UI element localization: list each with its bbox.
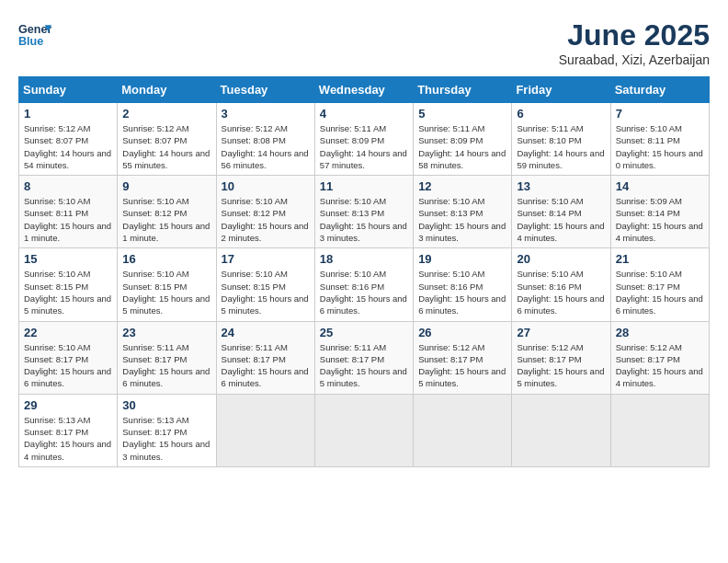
day-info: Sunrise: 5:09 AMSunset: 8:14 PMDaylight:… [616, 195, 704, 244]
day-info: Sunrise: 5:11 AMSunset: 8:10 PMDaylight:… [517, 122, 605, 171]
day-info: Sunrise: 5:10 AMSunset: 8:12 PMDaylight:… [222, 195, 310, 244]
day-number: 4 [320, 107, 408, 121]
calendar-cell: 9Sunrise: 5:10 AMSunset: 8:12 PMDaylight… [118, 176, 216, 248]
calendar-cell: 10Sunrise: 5:10 AMSunset: 8:12 PMDayligh… [216, 176, 314, 248]
day-number: 8 [24, 179, 112, 193]
calendar-cell [512, 394, 610, 466]
calendar-cell [216, 394, 314, 466]
day-number: 11 [320, 179, 408, 193]
day-number: 2 [122, 107, 210, 121]
day-info: Sunrise: 5:10 AMSunset: 8:13 PMDaylight:… [418, 195, 506, 244]
calendar-cell: 7Sunrise: 5:10 AMSunset: 8:11 PMDaylight… [610, 103, 709, 176]
day-number: 19 [418, 252, 506, 266]
header-day-sunday: Sunday [19, 77, 118, 103]
calendar-cell [610, 394, 709, 466]
calendar-cell [414, 394, 512, 466]
header-day-thursday: Thursday [414, 77, 512, 103]
day-number: 7 [616, 107, 704, 121]
title-section: June 2025 Suraabad, Xizi, Azerbaijan [559, 18, 710, 67]
calendar-table: SundayMondayTuesdayWednesdayThursdayFrid… [18, 76, 710, 467]
calendar-cell: 14Sunrise: 5:09 AMSunset: 8:14 PMDayligh… [610, 176, 709, 248]
day-info: Sunrise: 5:11 AMSunset: 8:09 PMDaylight:… [418, 122, 506, 171]
header-day-wednesday: Wednesday [314, 77, 413, 103]
calendar-subtitle: Suraabad, Xizi, Azerbaijan [559, 52, 710, 67]
calendar-week-1: 1Sunrise: 5:12 AMSunset: 8:07 PMDaylight… [19, 103, 710, 176]
day-info: Sunrise: 5:10 AMSunset: 8:17 PMDaylight:… [24, 341, 112, 390]
day-number: 24 [222, 326, 310, 339]
day-number: 21 [616, 252, 704, 266]
day-info: Sunrise: 5:10 AMSunset: 8:13 PMDaylight:… [320, 195, 408, 244]
day-info: Sunrise: 5:11 AMSunset: 8:17 PMDaylight:… [320, 341, 408, 390]
calendar-cell: 24Sunrise: 5:11 AMSunset: 8:17 PMDayligh… [216, 321, 314, 394]
calendar-cell: 3Sunrise: 5:12 AMSunset: 8:08 PMDaylight… [216, 103, 314, 176]
day-number: 27 [517, 326, 605, 339]
day-number: 28 [616, 326, 704, 339]
day-info: Sunrise: 5:13 AMSunset: 8:17 PMDaylight:… [122, 414, 210, 463]
day-number: 10 [222, 179, 310, 193]
calendar-cell: 23Sunrise: 5:11 AMSunset: 8:17 PMDayligh… [118, 321, 216, 394]
day-number: 22 [24, 326, 112, 339]
day-info: Sunrise: 5:12 AMSunset: 8:17 PMDaylight:… [517, 341, 605, 390]
calendar-cell: 15Sunrise: 5:10 AMSunset: 8:15 PMDayligh… [19, 248, 118, 321]
day-number: 3 [222, 107, 310, 121]
calendar-cell [314, 394, 413, 466]
calendar-cell: 26Sunrise: 5:12 AMSunset: 8:17 PMDayligh… [414, 321, 512, 394]
day-number: 13 [517, 179, 605, 193]
day-info: Sunrise: 5:12 AMSunset: 8:17 PMDaylight:… [418, 341, 506, 390]
day-info: Sunrise: 5:12 AMSunset: 8:07 PMDaylight:… [122, 122, 210, 171]
day-number: 23 [122, 326, 210, 339]
day-info: Sunrise: 5:11 AMSunset: 8:17 PMDaylight:… [122, 341, 210, 390]
day-number: 14 [616, 179, 704, 193]
header-day-monday: Monday [118, 77, 216, 103]
day-number: 17 [222, 252, 310, 266]
logo: General Blue [18, 18, 51, 52]
day-number: 1 [24, 107, 112, 121]
header: General Blue June 2025 Suraabad, Xizi, A… [18, 18, 710, 67]
header-day-saturday: Saturday [610, 77, 709, 103]
day-info: Sunrise: 5:11 AMSunset: 8:17 PMDaylight:… [222, 341, 310, 390]
calendar-cell: 2Sunrise: 5:12 AMSunset: 8:07 PMDaylight… [118, 103, 216, 176]
calendar-week-4: 22Sunrise: 5:10 AMSunset: 8:17 PMDayligh… [19, 321, 710, 394]
calendar-cell: 18Sunrise: 5:10 AMSunset: 8:16 PMDayligh… [314, 248, 413, 321]
calendar-cell: 17Sunrise: 5:10 AMSunset: 8:15 PMDayligh… [216, 248, 314, 321]
day-info: Sunrise: 5:10 AMSunset: 8:16 PMDaylight:… [418, 268, 506, 316]
calendar-cell: 29Sunrise: 5:13 AMSunset: 8:17 PMDayligh… [19, 394, 118, 466]
day-number: 30 [122, 398, 210, 412]
calendar-week-3: 15Sunrise: 5:10 AMSunset: 8:15 PMDayligh… [19, 248, 710, 321]
calendar-cell: 19Sunrise: 5:10 AMSunset: 8:16 PMDayligh… [414, 248, 512, 321]
logo-icon: General Blue [18, 18, 51, 52]
day-number: 12 [418, 179, 506, 193]
calendar-cell: 12Sunrise: 5:10 AMSunset: 8:13 PMDayligh… [414, 176, 512, 248]
day-info: Sunrise: 5:11 AMSunset: 8:09 PMDaylight:… [320, 122, 408, 171]
calendar-cell: 22Sunrise: 5:10 AMSunset: 8:17 PMDayligh… [19, 321, 118, 394]
calendar-cell: 1Sunrise: 5:12 AMSunset: 8:07 PMDaylight… [19, 103, 118, 176]
day-info: Sunrise: 5:10 AMSunset: 8:15 PMDaylight:… [24, 268, 112, 316]
day-number: 6 [517, 107, 605, 121]
day-info: Sunrise: 5:10 AMSunset: 8:11 PMDaylight:… [616, 122, 704, 171]
calendar-cell: 4Sunrise: 5:11 AMSunset: 8:09 PMDaylight… [314, 103, 413, 176]
day-info: Sunrise: 5:10 AMSunset: 8:16 PMDaylight:… [320, 268, 408, 316]
day-info: Sunrise: 5:10 AMSunset: 8:15 PMDaylight:… [122, 268, 210, 316]
calendar-cell: 20Sunrise: 5:10 AMSunset: 8:16 PMDayligh… [512, 248, 610, 321]
calendar-cell: 16Sunrise: 5:10 AMSunset: 8:15 PMDayligh… [118, 248, 216, 321]
day-number: 29 [24, 398, 112, 412]
calendar-cell: 25Sunrise: 5:11 AMSunset: 8:17 PMDayligh… [314, 321, 413, 394]
day-info: Sunrise: 5:12 AMSunset: 8:17 PMDaylight:… [616, 341, 704, 390]
day-info: Sunrise: 5:10 AMSunset: 8:14 PMDaylight:… [517, 195, 605, 244]
calendar-cell: 6Sunrise: 5:11 AMSunset: 8:10 PMDaylight… [512, 103, 610, 176]
calendar-header-row: SundayMondayTuesdayWednesdayThursdayFrid… [19, 77, 710, 103]
calendar-cell: 13Sunrise: 5:10 AMSunset: 8:14 PMDayligh… [512, 176, 610, 248]
day-info: Sunrise: 5:10 AMSunset: 8:15 PMDaylight:… [222, 268, 310, 316]
calendar-week-5: 29Sunrise: 5:13 AMSunset: 8:17 PMDayligh… [19, 394, 710, 466]
day-info: Sunrise: 5:10 AMSunset: 8:12 PMDaylight:… [122, 195, 210, 244]
calendar-cell: 30Sunrise: 5:13 AMSunset: 8:17 PMDayligh… [118, 394, 216, 466]
day-info: Sunrise: 5:12 AMSunset: 8:08 PMDaylight:… [222, 122, 310, 171]
calendar-cell: 28Sunrise: 5:12 AMSunset: 8:17 PMDayligh… [610, 321, 709, 394]
day-number: 25 [320, 326, 408, 339]
calendar-week-2: 8Sunrise: 5:10 AMSunset: 8:11 PMDaylight… [19, 176, 710, 248]
calendar-cell: 27Sunrise: 5:12 AMSunset: 8:17 PMDayligh… [512, 321, 610, 394]
day-number: 20 [517, 252, 605, 266]
day-number: 9 [122, 179, 210, 193]
day-number: 16 [122, 252, 210, 266]
calendar-cell: 21Sunrise: 5:10 AMSunset: 8:17 PMDayligh… [610, 248, 709, 321]
